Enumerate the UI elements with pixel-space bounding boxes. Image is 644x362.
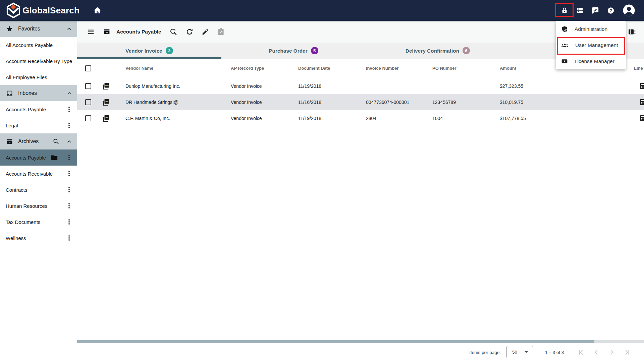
horizontal-scrollbar[interactable] bbox=[77, 340, 644, 343]
globalsearch-logo-icon bbox=[6, 2, 21, 18]
sidebar-item-inbox-accounts-payable[interactable]: Accounts Payable bbox=[0, 101, 77, 117]
menu-item-label: License Manager bbox=[575, 58, 614, 64]
home-icon bbox=[93, 6, 102, 15]
column-header-po-number[interactable]: PO Number bbox=[432, 59, 457, 78]
dns-icon bbox=[576, 7, 584, 14]
table-row[interactable]: PDF Dunlop Manufacturing Inc. Vendor Inv… bbox=[77, 78, 644, 94]
star-icon bbox=[6, 25, 13, 33]
highlight-box-lock bbox=[555, 3, 574, 17]
help-button[interactable]: ? bbox=[607, 7, 614, 14]
row-checkbox[interactable] bbox=[85, 83, 91, 89]
sidebar-item-accounts-receivable-by-type[interactable]: Accounts Receivable By Type bbox=[0, 53, 77, 69]
column-options-button[interactable] bbox=[628, 28, 636, 36]
pdf-icon[interactable]: PDF bbox=[102, 98, 110, 107]
tab-purchase-order[interactable]: Purchase Order 5 bbox=[221, 43, 366, 59]
line-items-icon[interactable] bbox=[639, 98, 644, 107]
item-label: Accounts Payable bbox=[6, 107, 46, 112]
sidebar-section-archives[interactable]: Archives bbox=[0, 133, 77, 149]
table-row-selected[interactable]: PDF DR Handmade Strings!@ Vendor Invoice… bbox=[77, 94, 644, 110]
column-header-vendor-name[interactable]: Vendor Name bbox=[125, 59, 153, 78]
line-items-icon[interactable] bbox=[639, 114, 644, 123]
item-label: Accounts Payable bbox=[6, 155, 46, 161]
menu-item-administration[interactable]: Administration bbox=[556, 21, 626, 37]
kebab-menu-icon[interactable] bbox=[68, 109, 70, 110]
home-button[interactable] bbox=[93, 6, 102, 15]
row-checkbox[interactable] bbox=[85, 115, 91, 121]
kebab-menu-icon[interactable] bbox=[68, 237, 70, 239]
sidebar-item-archive-accounts-receivable[interactable]: Accounts Receivable bbox=[0, 166, 77, 182]
menu-toggle-button[interactable] bbox=[87, 28, 95, 36]
refresh-button[interactable] bbox=[185, 28, 194, 36]
item-label: Contracts bbox=[6, 187, 27, 193]
column-header-document-date[interactable]: Document Date bbox=[298, 59, 330, 78]
cell-invoice-number: 0047736074-000001 bbox=[366, 94, 409, 110]
search-icon[interactable] bbox=[53, 138, 59, 145]
chevron-up-icon[interactable] bbox=[67, 26, 72, 32]
svg-text:PDF: PDF bbox=[105, 101, 109, 103]
dns-button[interactable] bbox=[576, 7, 584, 14]
line-items-icon[interactable] bbox=[639, 82, 644, 91]
cell-document-date: 11/19/2018 bbox=[298, 110, 321, 126]
chevron-up-icon[interactable] bbox=[67, 91, 72, 96]
user-avatar-button[interactable] bbox=[623, 4, 635, 17]
pdf-icon[interactable]: PDF bbox=[102, 82, 110, 91]
column-header-line-items[interactable]: Line Items bbox=[634, 59, 644, 78]
sidebar-section-favorites[interactable]: Favorites bbox=[0, 21, 77, 37]
section-label: Archives bbox=[18, 138, 39, 144]
column-header-ap-record-type[interactable]: AP Record Type bbox=[231, 59, 264, 78]
tab-delivery-confirmation[interactable]: Delivery Confirmation 6 bbox=[366, 43, 510, 59]
tab-vendor-invoice[interactable]: Vendor Invoice 3 bbox=[77, 43, 221, 59]
kebab-menu-icon[interactable] bbox=[68, 221, 70, 223]
folder-icon bbox=[51, 154, 58, 161]
item-label: Legal bbox=[6, 123, 18, 128]
row-checkbox[interactable] bbox=[85, 99, 91, 105]
next-page-icon[interactable] bbox=[608, 348, 616, 356]
kebab-menu-icon[interactable] bbox=[68, 205, 70, 206]
prev-page-icon[interactable] bbox=[592, 348, 600, 356]
item-label: All Employee Files bbox=[6, 74, 47, 80]
edit-button[interactable] bbox=[202, 28, 209, 36]
page-size-select[interactable]: 50 bbox=[506, 346, 533, 358]
cell-amount: $107,778.55 bbox=[500, 110, 526, 126]
sidebar-item-archive-human-resources[interactable]: Human Resources bbox=[0, 198, 77, 214]
cell-invoice-number: 2804 bbox=[366, 110, 376, 126]
feedback-button[interactable] bbox=[592, 7, 599, 14]
kebab-menu-icon[interactable] bbox=[68, 173, 70, 174]
chevron-up-icon[interactable] bbox=[67, 139, 72, 144]
archive-title: Accounts Payable bbox=[116, 29, 161, 35]
cell-ap-record-type: Vendor Invoice bbox=[231, 78, 262, 94]
cell-po-number: 1004 bbox=[432, 110, 443, 126]
select-all-checkbox[interactable] bbox=[85, 65, 91, 71]
brand-logo[interactable]: GlobalSearch bbox=[6, 2, 79, 18]
sidebar-item-all-accounts-payable[interactable]: All Accounts Payable bbox=[0, 37, 77, 53]
first-page-icon[interactable] bbox=[577, 348, 585, 356]
main-content: Accounts Payable bbox=[77, 21, 644, 362]
column-header-amount[interactable]: Amount bbox=[500, 59, 516, 78]
kebab-menu-icon[interactable] bbox=[68, 157, 70, 158]
pagination-controls bbox=[577, 348, 631, 356]
sidebar-item-archive-contracts[interactable]: Contracts bbox=[0, 182, 77, 198]
sidebar-item-inbox-legal[interactable]: Legal bbox=[0, 117, 77, 133]
tasks-button[interactable] bbox=[217, 28, 225, 36]
sidebar-item-archive-accounts-payable[interactable]: Accounts Payable bbox=[0, 149, 77, 166]
pdf-icon[interactable]: PDF bbox=[102, 114, 110, 123]
modify-search-button[interactable] bbox=[169, 28, 177, 36]
last-page-icon[interactable] bbox=[623, 348, 631, 356]
column-header-invoice-number[interactable]: Invoice Number bbox=[366, 59, 399, 78]
kebab-menu-icon[interactable] bbox=[68, 125, 70, 126]
pagination-range: 1 – 3 of 3 bbox=[545, 343, 564, 362]
sidebar-item-all-employee-files[interactable]: All Employee Files bbox=[0, 69, 77, 85]
tab-count-badge: 5 bbox=[311, 47, 318, 54]
sidebar-item-archive-wellness[interactable]: Wellness bbox=[0, 230, 77, 246]
sidebar-section-inboxes[interactable]: Inboxes bbox=[0, 85, 77, 101]
table-row[interactable]: PDF C.F. Martin & Co, Inc. Vendor Invoic… bbox=[77, 110, 644, 126]
item-label: All Accounts Payable bbox=[6, 42, 53, 48]
cell-vendor-name: DR Handmade Strings!@ bbox=[125, 94, 178, 110]
menu-item-license-manager[interactable]: License Manager bbox=[556, 53, 626, 69]
section-label: Favorites bbox=[18, 26, 40, 32]
kebab-menu-icon[interactable] bbox=[68, 189, 70, 190]
scrollbar-thumb[interactable] bbox=[77, 340, 594, 343]
svg-text:PDF: PDF bbox=[105, 117, 109, 119]
brand-name: GlobalSearch bbox=[22, 5, 79, 16]
sidebar-item-archive-tax-documents[interactable]: Tax Documents bbox=[0, 214, 77, 230]
